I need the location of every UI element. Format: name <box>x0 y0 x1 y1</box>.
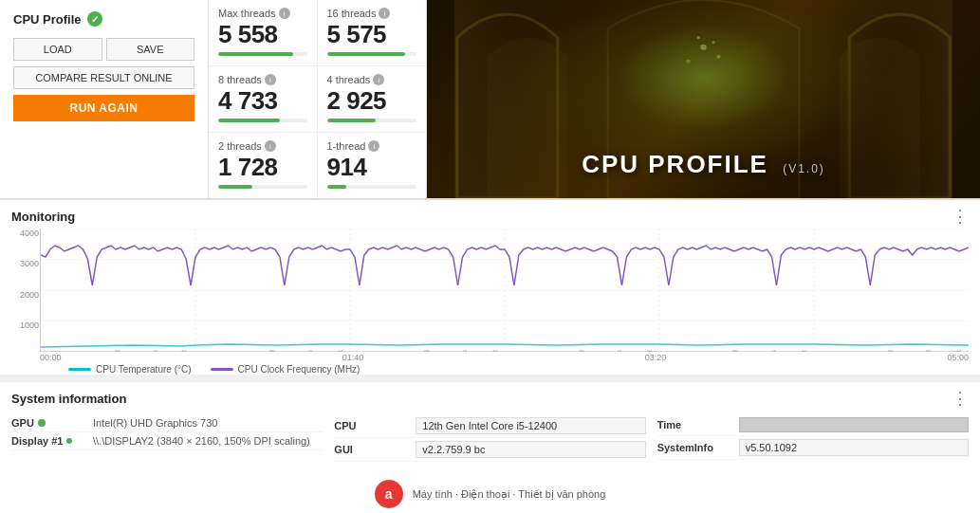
sys-row-time: Time <box>657 414 969 436</box>
system-info-section: System information ⋮ GPU Intel(R) UHD Gr… <box>0 375 980 513</box>
save-button[interactable]: SAVE <box>106 38 195 61</box>
sys-row-gpu: GPU Intel(R) UHD Graphics 730 <box>11 414 323 432</box>
panel-title-text: CPU Profile <box>13 12 82 27</box>
score-value-0: 5 558 <box>218 21 307 48</box>
sys-col-2: CPU 12th Gen Intel Core i5-12400 GUI v2.… <box>334 414 645 462</box>
score-bar-fill-0 <box>218 52 293 56</box>
score-bar-fill-4 <box>218 185 252 189</box>
svg-text:8 threads: 8 threads <box>462 349 469 352</box>
svg-text:Loading: Loading <box>268 350 275 352</box>
svg-text:1 thread: 1 thread <box>926 350 933 352</box>
svg-text:Loading: Loading <box>577 350 584 352</box>
sys-row-cpu: CPU 12th Gen Intel Core i5-12400 <box>334 414 645 438</box>
svg-point-1 <box>582 9 823 160</box>
score-label-4: 2 threads i <box>218 140 307 152</box>
score-bar-0 <box>218 52 307 56</box>
score-bar-2 <box>218 119 307 122</box>
score-bar-5 <box>327 185 417 189</box>
verified-icon: ✓ <box>87 11 102 27</box>
svg-point-2 <box>700 45 706 50</box>
cpu-profile-panel: CPU Profile ✓ LOAD SAVE COMPARE RESULT O… <box>0 0 209 198</box>
display-key: Display #1 <box>11 435 87 447</box>
info-icon-3[interactable]: i <box>373 74 384 85</box>
gui-value: v2.2.759.9 bc <box>416 441 645 458</box>
svg-point-5 <box>697 36 700 39</box>
sysinfo-key: SystemInfo <box>657 442 733 453</box>
svg-text:Loading: Loading <box>730 350 738 352</box>
gpu-status-dot <box>38 419 46 427</box>
chart-x-axis: 00:00 01:40 03:20 05:00 <box>40 352 969 362</box>
info-icon-1[interactable]: i <box>379 8 390 19</box>
score-cell-4: 2 threads i 1 728 <box>209 133 318 198</box>
score-bar-fill-5 <box>327 185 347 189</box>
svg-text:Saving result: Saving result <box>491 350 499 352</box>
score-label-3: 4 threads i <box>327 74 417 85</box>
sys-col-1: GPU Intel(R) UHD Graphics 730 Display #1… <box>11 414 323 462</box>
score-label-1: 16 threads i <box>327 8 417 19</box>
sys-row-display: Display #1 \\.\DISPLAY2 (3840 × 2160, 15… <box>11 432 323 450</box>
temp-legend-label: CPU Temperature (°C) <box>96 364 192 375</box>
hero-image: CPU PROFILE (V1.0) <box>427 0 980 198</box>
score-value-3: 2 925 <box>327 87 417 115</box>
score-value-2: 4 733 <box>218 87 307 115</box>
score-cell-2: 8 threads i 4 733 <box>209 66 318 133</box>
chart-y-axis: 4000 3000 2000 1000 <box>12 229 39 351</box>
score-bar-3 <box>327 119 417 122</box>
svg-text:2 threads: 2 threads <box>771 349 778 352</box>
score-bar-1 <box>327 52 417 56</box>
hero-title: CPU PROFILE (V1.0) <box>427 150 980 179</box>
sys-info-grid: GPU Intel(R) UHD Graphics 730 Display #1… <box>11 414 969 462</box>
compare-button[interactable]: COMPARE RESULT ONLINE <box>13 66 194 89</box>
score-cell-5: 1-thread i 914 <box>318 133 427 198</box>
legend-frequency: CPU Clock Frequency (MHz) <box>211 364 361 375</box>
monitoring-menu-icon[interactable]: ⋮ <box>952 208 969 225</box>
cpu-key: CPU <box>334 420 410 431</box>
run-again-button[interactable]: RUN AGAIN <box>13 95 194 121</box>
display-value: \\.\DISPLAY2 (3840 × 2160, 150% DPI scal… <box>93 435 323 447</box>
svg-text:Loading: Loading <box>422 350 430 352</box>
temp-legend-line <box>68 368 91 371</box>
score-label-5: 1-thread i <box>327 140 417 152</box>
chart-wrapper: 4000 3000 2000 1000 <box>40 229 969 375</box>
svg-text:Loading: Loading <box>886 350 894 352</box>
freq-legend-line <box>211 368 233 371</box>
chart-legend: CPU Temperature (°C) CPU Clock Frequency… <box>68 364 969 375</box>
time-value <box>739 417 969 432</box>
monitoring-title: Monitoring <box>11 210 75 224</box>
cpu-value: 12th Gen Intel Core i5-12400 <box>416 417 645 434</box>
score-bar-fill-2 <box>218 119 280 122</box>
score-label-2: 8 threads i <box>218 74 307 85</box>
svg-text:Saving result: Saving result <box>646 350 654 352</box>
sys-info-title: System information <box>11 392 126 406</box>
sysinfo-menu-icon[interactable]: ⋮ <box>952 390 969 407</box>
info-icon-4[interactable]: i <box>265 140 276 152</box>
score-bar-4 <box>218 185 307 189</box>
chart-svg: Loading Max threads Saving result Loadin… <box>41 229 969 352</box>
sys-row-gui: GUI v2.2.759.9 bc <box>334 438 645 462</box>
score-cell-1: 16 threads i 5 575 <box>318 0 427 66</box>
gui-key: GUI <box>334 444 410 455</box>
info-icon-5[interactable]: i <box>368 140 379 152</box>
load-button[interactable]: LOAD <box>13 38 102 61</box>
info-icon-0[interactable]: i <box>279 8 290 19</box>
svg-text:Saving result: Saving result <box>955 350 963 352</box>
monitoring-section: Monitoring ⋮ 4000 3000 2000 1000 <box>0 199 980 375</box>
info-icon-2[interactable]: i <box>265 74 276 85</box>
sys-row-sysinfo: SystemInfo v5.50.1092 <box>657 436 969 460</box>
svg-text:16 threads: 16 threads <box>307 349 314 352</box>
panel-title: CPU Profile ✓ <box>13 11 194 27</box>
sys-col-3: Time SystemInfo v5.50.1092 <box>657 414 969 462</box>
svg-text:Saving result: Saving result <box>801 350 808 352</box>
gpu-key: GPU <box>11 417 87 429</box>
freq-legend-label: CPU Clock Frequency (MHz) <box>238 364 361 375</box>
svg-point-4 <box>716 55 720 59</box>
sysinfo-value: v5.50.1092 <box>739 439 969 456</box>
score-bar-fill-1 <box>327 52 405 56</box>
gpu-value: Intel(R) UHD Graphics 730 <box>93 417 323 429</box>
score-value-4: 1 728 <box>218 154 307 181</box>
svg-point-3 <box>686 60 690 64</box>
svg-point-6 <box>712 41 715 44</box>
svg-text:Saving result: Saving result <box>180 350 188 352</box>
score-cell-3: 4 threads i 2 925 <box>318 66 427 133</box>
chart-container: 4000 3000 2000 1000 <box>40 229 969 352</box>
